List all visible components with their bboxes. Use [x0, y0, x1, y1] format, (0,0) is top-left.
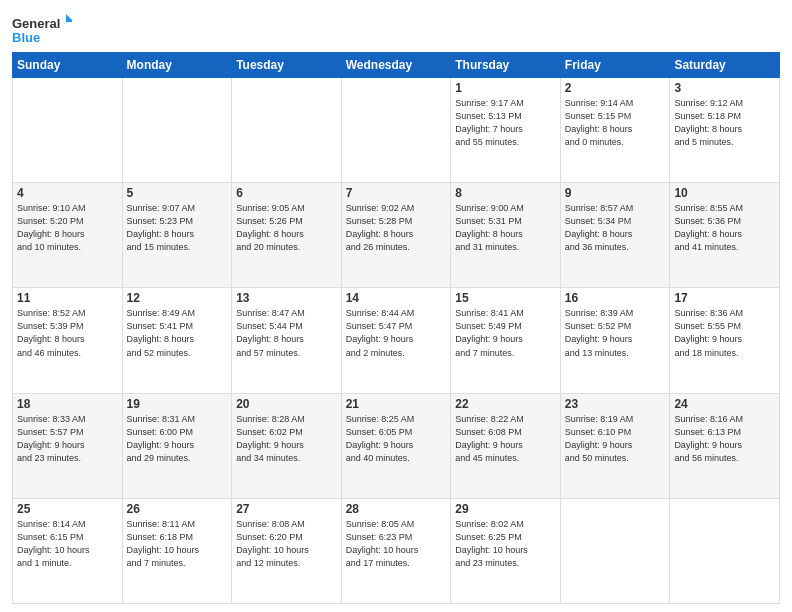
day-number: 9: [565, 186, 666, 200]
day-header-friday: Friday: [560, 53, 670, 78]
day-number: 17: [674, 291, 775, 305]
calendar-cell: 27Sunrise: 8:08 AM Sunset: 6:20 PM Dayli…: [232, 498, 342, 603]
day-header-saturday: Saturday: [670, 53, 780, 78]
calendar-cell: 20Sunrise: 8:28 AM Sunset: 6:02 PM Dayli…: [232, 393, 342, 498]
header: General Blue: [12, 10, 780, 46]
day-number: 8: [455, 186, 556, 200]
day-header-tuesday: Tuesday: [232, 53, 342, 78]
day-info: Sunrise: 8:19 AM Sunset: 6:10 PM Dayligh…: [565, 413, 666, 465]
day-info: Sunrise: 8:47 AM Sunset: 5:44 PM Dayligh…: [236, 307, 337, 359]
calendar-week-3: 11Sunrise: 8:52 AM Sunset: 5:39 PM Dayli…: [13, 288, 780, 393]
day-number: 12: [127, 291, 228, 305]
calendar-cell: 24Sunrise: 8:16 AM Sunset: 6:13 PM Dayli…: [670, 393, 780, 498]
day-info: Sunrise: 8:31 AM Sunset: 6:00 PM Dayligh…: [127, 413, 228, 465]
day-number: 4: [17, 186, 118, 200]
day-number: 20: [236, 397, 337, 411]
day-info: Sunrise: 8:22 AM Sunset: 6:08 PM Dayligh…: [455, 413, 556, 465]
calendar-header-row: SundayMondayTuesdayWednesdayThursdayFrid…: [13, 53, 780, 78]
day-info: Sunrise: 9:10 AM Sunset: 5:20 PM Dayligh…: [17, 202, 118, 254]
calendar-cell: [13, 78, 123, 183]
day-number: 15: [455, 291, 556, 305]
day-number: 2: [565, 81, 666, 95]
day-info: Sunrise: 8:57 AM Sunset: 5:34 PM Dayligh…: [565, 202, 666, 254]
day-info: Sunrise: 8:49 AM Sunset: 5:41 PM Dayligh…: [127, 307, 228, 359]
calendar-cell: 1Sunrise: 9:17 AM Sunset: 5:13 PM Daylig…: [451, 78, 561, 183]
calendar-cell: 26Sunrise: 8:11 AM Sunset: 6:18 PM Dayli…: [122, 498, 232, 603]
calendar-cell: [122, 78, 232, 183]
calendar-cell: 18Sunrise: 8:33 AM Sunset: 5:57 PM Dayli…: [13, 393, 123, 498]
calendar-cell: 21Sunrise: 8:25 AM Sunset: 6:05 PM Dayli…: [341, 393, 451, 498]
calendar-cell: 13Sunrise: 8:47 AM Sunset: 5:44 PM Dayli…: [232, 288, 342, 393]
day-info: Sunrise: 8:28 AM Sunset: 6:02 PM Dayligh…: [236, 413, 337, 465]
day-header-wednesday: Wednesday: [341, 53, 451, 78]
day-info: Sunrise: 8:36 AM Sunset: 5:55 PM Dayligh…: [674, 307, 775, 359]
day-number: 16: [565, 291, 666, 305]
day-number: 23: [565, 397, 666, 411]
calendar-cell: 2Sunrise: 9:14 AM Sunset: 5:15 PM Daylig…: [560, 78, 670, 183]
calendar-table: SundayMondayTuesdayWednesdayThursdayFrid…: [12, 52, 780, 604]
day-number: 1: [455, 81, 556, 95]
day-number: 21: [346, 397, 447, 411]
calendar-cell: 19Sunrise: 8:31 AM Sunset: 6:00 PM Dayli…: [122, 393, 232, 498]
day-number: 3: [674, 81, 775, 95]
day-info: Sunrise: 8:16 AM Sunset: 6:13 PM Dayligh…: [674, 413, 775, 465]
day-info: Sunrise: 8:05 AM Sunset: 6:23 PM Dayligh…: [346, 518, 447, 570]
day-info: Sunrise: 9:17 AM Sunset: 5:13 PM Dayligh…: [455, 97, 556, 149]
day-info: Sunrise: 9:12 AM Sunset: 5:18 PM Dayligh…: [674, 97, 775, 149]
day-info: Sunrise: 8:33 AM Sunset: 5:57 PM Dayligh…: [17, 413, 118, 465]
svg-text:General: General: [12, 16, 60, 31]
calendar-cell: 10Sunrise: 8:55 AM Sunset: 5:36 PM Dayli…: [670, 183, 780, 288]
calendar-cell: 22Sunrise: 8:22 AM Sunset: 6:08 PM Dayli…: [451, 393, 561, 498]
calendar-cell: 8Sunrise: 9:00 AM Sunset: 5:31 PM Daylig…: [451, 183, 561, 288]
day-info: Sunrise: 8:02 AM Sunset: 6:25 PM Dayligh…: [455, 518, 556, 570]
day-number: 22: [455, 397, 556, 411]
calendar-cell: 15Sunrise: 8:41 AM Sunset: 5:49 PM Dayli…: [451, 288, 561, 393]
calendar-week-5: 25Sunrise: 8:14 AM Sunset: 6:15 PM Dayli…: [13, 498, 780, 603]
day-info: Sunrise: 8:55 AM Sunset: 5:36 PM Dayligh…: [674, 202, 775, 254]
calendar-week-1: 1Sunrise: 9:17 AM Sunset: 5:13 PM Daylig…: [13, 78, 780, 183]
calendar-cell: [670, 498, 780, 603]
day-info: Sunrise: 8:41 AM Sunset: 5:49 PM Dayligh…: [455, 307, 556, 359]
day-info: Sunrise: 9:02 AM Sunset: 5:28 PM Dayligh…: [346, 202, 447, 254]
day-info: Sunrise: 9:05 AM Sunset: 5:26 PM Dayligh…: [236, 202, 337, 254]
day-number: 14: [346, 291, 447, 305]
calendar-cell: 4Sunrise: 9:10 AM Sunset: 5:20 PM Daylig…: [13, 183, 123, 288]
calendar-cell: 17Sunrise: 8:36 AM Sunset: 5:55 PM Dayli…: [670, 288, 780, 393]
day-info: Sunrise: 8:14 AM Sunset: 6:15 PM Dayligh…: [17, 518, 118, 570]
calendar-cell: 6Sunrise: 9:05 AM Sunset: 5:26 PM Daylig…: [232, 183, 342, 288]
calendar-cell: 5Sunrise: 9:07 AM Sunset: 5:23 PM Daylig…: [122, 183, 232, 288]
day-number: 28: [346, 502, 447, 516]
day-number: 6: [236, 186, 337, 200]
day-number: 18: [17, 397, 118, 411]
calendar-cell: [341, 78, 451, 183]
calendar-cell: 23Sunrise: 8:19 AM Sunset: 6:10 PM Dayli…: [560, 393, 670, 498]
day-number: 11: [17, 291, 118, 305]
svg-marker-2: [66, 14, 72, 22]
calendar-cell: [560, 498, 670, 603]
day-info: Sunrise: 8:39 AM Sunset: 5:52 PM Dayligh…: [565, 307, 666, 359]
calendar-cell: 3Sunrise: 9:12 AM Sunset: 5:18 PM Daylig…: [670, 78, 780, 183]
day-header-monday: Monday: [122, 53, 232, 78]
day-number: 25: [17, 502, 118, 516]
day-info: Sunrise: 9:14 AM Sunset: 5:15 PM Dayligh…: [565, 97, 666, 149]
calendar-week-4: 18Sunrise: 8:33 AM Sunset: 5:57 PM Dayli…: [13, 393, 780, 498]
svg-text:Blue: Blue: [12, 30, 40, 45]
day-header-sunday: Sunday: [13, 53, 123, 78]
day-number: 24: [674, 397, 775, 411]
day-info: Sunrise: 8:11 AM Sunset: 6:18 PM Dayligh…: [127, 518, 228, 570]
calendar-week-2: 4Sunrise: 9:10 AM Sunset: 5:20 PM Daylig…: [13, 183, 780, 288]
calendar-cell: [232, 78, 342, 183]
calendar-cell: 16Sunrise: 8:39 AM Sunset: 5:52 PM Dayli…: [560, 288, 670, 393]
calendar-cell: 7Sunrise: 9:02 AM Sunset: 5:28 PM Daylig…: [341, 183, 451, 288]
calendar-cell: 11Sunrise: 8:52 AM Sunset: 5:39 PM Dayli…: [13, 288, 123, 393]
calendar-cell: 28Sunrise: 8:05 AM Sunset: 6:23 PM Dayli…: [341, 498, 451, 603]
day-number: 5: [127, 186, 228, 200]
calendar-cell: 12Sunrise: 8:49 AM Sunset: 5:41 PM Dayli…: [122, 288, 232, 393]
day-number: 26: [127, 502, 228, 516]
calendar-cell: 9Sunrise: 8:57 AM Sunset: 5:34 PM Daylig…: [560, 183, 670, 288]
calendar-cell: 25Sunrise: 8:14 AM Sunset: 6:15 PM Dayli…: [13, 498, 123, 603]
day-info: Sunrise: 8:44 AM Sunset: 5:47 PM Dayligh…: [346, 307, 447, 359]
logo: General Blue: [12, 14, 72, 46]
day-number: 13: [236, 291, 337, 305]
calendar-cell: 29Sunrise: 8:02 AM Sunset: 6:25 PM Dayli…: [451, 498, 561, 603]
